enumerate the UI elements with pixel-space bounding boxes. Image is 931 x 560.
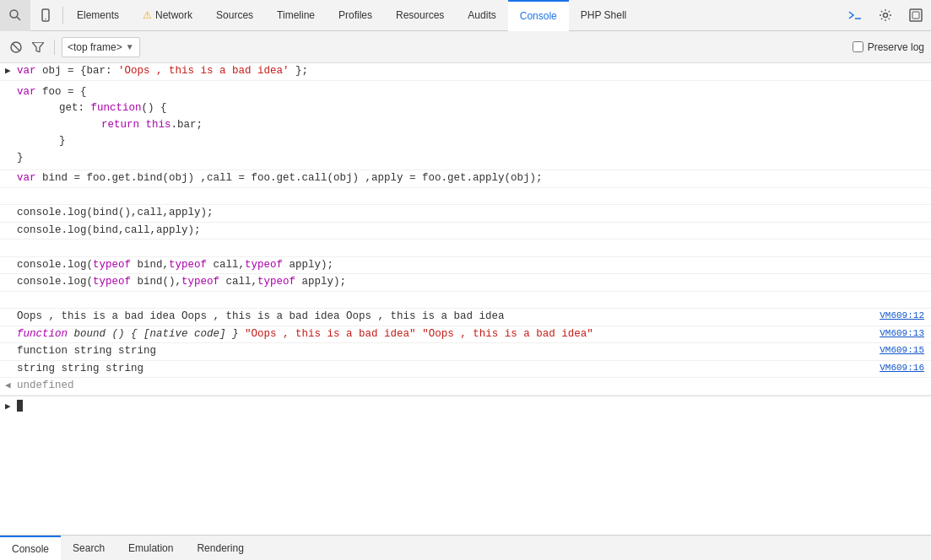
tab-elements-label: Elements: [77, 9, 119, 21]
console-blank-3: [0, 292, 931, 310]
input-prompt-arrow: ▶: [5, 401, 11, 412]
console-line-bind: var bind = foo.get.bind(obj) ,call = foo…: [0, 170, 931, 188]
output-ref-4[interactable]: VM609:16: [871, 362, 924, 374]
tab-profiles[interactable]: Profiles: [327, 0, 384, 31]
console-output[interactable]: ▶ var obj = {bar: 'Oops , this is a bad …: [0, 63, 931, 535]
frame-selector[interactable]: <top frame> ▼: [62, 37, 140, 57]
svg-point-5: [884, 13, 888, 18]
code-block-line-3: return this.bar;: [17, 117, 924, 134]
console-blank-1: [0, 188, 931, 206]
output-ref-1[interactable]: VM609:12: [871, 310, 924, 322]
tab-audits-label: Audits: [468, 9, 495, 21]
code-content-5: }: [17, 151, 917, 166]
console-output-1: Oops , this is a bad idea Oops , this is…: [0, 309, 931, 326]
top-nav: Elements ⚠ Network Sources Timeline Prof…: [0, 0, 931, 31]
svg-rect-7: [912, 12, 919, 19]
code-content-4: }: [34, 134, 917, 149]
console-line-log2: console.log(bind,call,apply);: [0, 223, 931, 240]
console-cursor: [17, 400, 23, 412]
mobile-icon[interactable]: [30, 0, 61, 31]
tab-sources-label: Sources: [216, 9, 253, 21]
tab-sources[interactable]: Sources: [204, 0, 265, 31]
tab-resources-label: Resources: [396, 9, 444, 21]
tab-timeline-label: Timeline: [277, 9, 315, 21]
code-log2: console.log(bind,call,apply);: [17, 223, 924, 239]
expand-icon[interactable]: [901, 0, 931, 31]
tab-phpshell[interactable]: PHP Shell: [569, 0, 638, 31]
output-text-1: Oops , this is a bad idea Oops , this is…: [17, 310, 871, 325]
tab-phpshell-label: PHP Shell: [581, 9, 626, 21]
code-typeof1: console.log(typeof bind,typeof call,type…: [17, 258, 924, 273]
preserve-log-checkbox[interactable]: [853, 41, 863, 52]
clear-button[interactable]: [7, 38, 25, 57]
code-line-1: var obj = {bar: 'Oops , this is a bad id…: [17, 64, 924, 79]
code-bind-line: var bind = foo.get.bind(obj) ,call = foo…: [17, 171, 924, 186]
code-block: var foo = { get: function() { return thi…: [0, 81, 931, 171]
console-toolbar: <top frame> ▼ Preserve log: [0, 31, 931, 63]
preserve-log-text: Preserve log: [868, 41, 924, 53]
code-block-line-4: }: [17, 133, 924, 150]
console-output-2: function string string VM609:15: [0, 343, 931, 361]
tab-network-label: Network: [155, 9, 192, 21]
tab-elements[interactable]: Elements: [65, 0, 131, 31]
bottom-tab-search-label: Search: [73, 542, 105, 554]
bottom-tab-console[interactable]: Console: [0, 536, 61, 561]
tab-network[interactable]: ⚠ Network: [131, 0, 204, 31]
terminal-icon[interactable]: [840, 0, 870, 31]
bottom-tab-console-label: Console: [12, 543, 49, 555]
bottom-tab-rendering[interactable]: Rendering: [185, 536, 255, 561]
console-line-typeof2: console.log(typeof bind(),typeof call,ty…: [0, 274, 931, 292]
return-arrow: ◀: [5, 380, 11, 392]
code-log1: console.log(bind(),call,apply);: [17, 206, 924, 221]
input-arrow-1: ▶: [5, 65, 11, 78]
tab-console-label: Console: [520, 10, 557, 22]
console-output-fn: function bound () { [native code] } "Oop…: [0, 326, 931, 344]
code-content-1: var foo = {: [17, 85, 917, 100]
console-output-3: string string string VM609:16: [0, 361, 931, 379]
bottom-tab-rendering-label: Rendering: [197, 542, 243, 554]
tab-profiles-label: Profiles: [338, 9, 372, 21]
svg-line-9: [13, 44, 19, 51]
output-text-2: function string string: [17, 344, 871, 359]
code-content-3: return this.bar;: [51, 118, 917, 133]
search-nav-icon[interactable]: [0, 0, 30, 31]
code-block-line-2: get: function() {: [17, 100, 924, 117]
nav-separator-1: [62, 7, 63, 24]
console-line-1: ▶ var obj = {bar: 'Oops , this is a bad …: [0, 63, 931, 81]
bottom-tab-emulation[interactable]: Emulation: [116, 536, 185, 561]
fn-text: function bound () { [native code] } "Oop…: [17, 327, 871, 342]
tab-audits[interactable]: Audits: [456, 0, 507, 31]
tab-console[interactable]: Console: [508, 0, 569, 31]
bottom-tab-emulation-label: Emulation: [128, 542, 173, 554]
filter-button[interactable]: [29, 38, 47, 57]
tab-resources[interactable]: Resources: [384, 0, 456, 31]
code-content-2: get: function() {: [34, 101, 917, 116]
console-input-area[interactable]: ▶: [0, 396, 931, 416]
console-line-log1: console.log(bind(),call,apply);: [0, 205, 931, 223]
output-ref-3[interactable]: VM609:15: [871, 344, 924, 357]
bottom-tab-search[interactable]: Search: [61, 536, 116, 561]
code-typeof2: console.log(typeof bind(),typeof call,ty…: [17, 275, 924, 290]
warning-icon: ⚠: [143, 9, 152, 21]
console-blank-2: [0, 240, 931, 257]
tab-timeline[interactable]: Timeline: [265, 0, 327, 31]
svg-marker-10: [32, 42, 44, 52]
settings-icon[interactable]: [870, 0, 901, 31]
toolbar-separator: [54, 40, 55, 55]
output-text-3: string string string: [17, 362, 871, 377]
console-return-undefined: ◀ undefined: [0, 378, 931, 396]
svg-line-1: [17, 17, 20, 20]
code-block-line-5: }: [17, 150, 924, 167]
console-line-typeof1: console.log(typeof bind,typeof call,type…: [0, 257, 931, 275]
preserve-log-label[interactable]: Preserve log: [853, 41, 924, 53]
output-ref-2[interactable]: VM609:13: [871, 327, 924, 340]
return-undefined-text: undefined: [17, 379, 924, 394]
frame-selector-arrow: ▼: [126, 42, 134, 51]
svg-point-3: [45, 19, 46, 19]
code-block-line-1: var foo = {: [17, 84, 924, 101]
svg-rect-6: [910, 9, 922, 21]
frame-selector-label: <top frame>: [68, 41, 122, 53]
nav-right-actions: [840, 0, 931, 31]
bottom-tab-bar: Console Search Emulation Rendering: [0, 535, 931, 560]
svg-point-0: [10, 10, 18, 18]
